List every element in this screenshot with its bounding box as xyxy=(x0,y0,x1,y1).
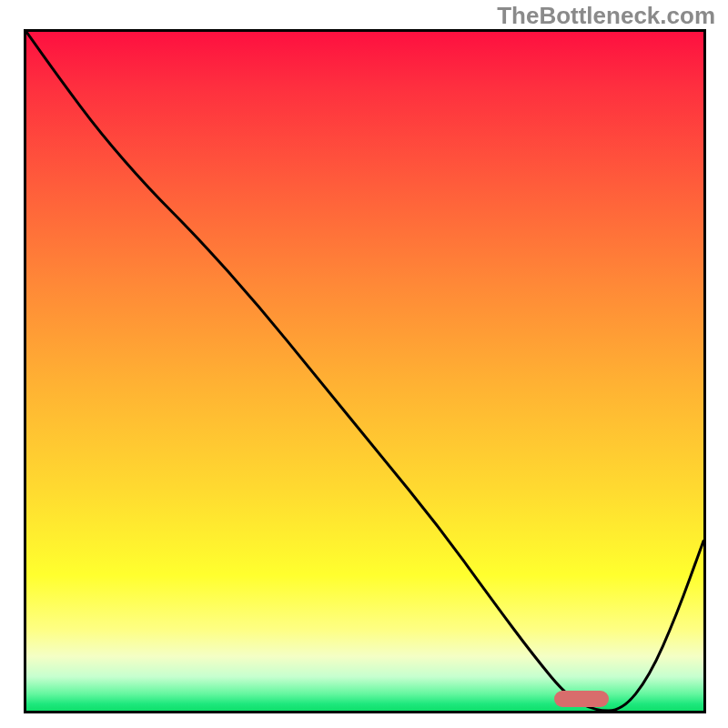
watermark-text: TheBottleneck.com xyxy=(497,2,715,30)
stage: TheBottleneck.com xyxy=(0,0,728,728)
bottleneck-chart xyxy=(24,29,706,713)
bottleneck-curve-path xyxy=(26,32,703,711)
bottleneck-curve xyxy=(26,32,703,711)
optimal-range-marker xyxy=(554,691,609,707)
